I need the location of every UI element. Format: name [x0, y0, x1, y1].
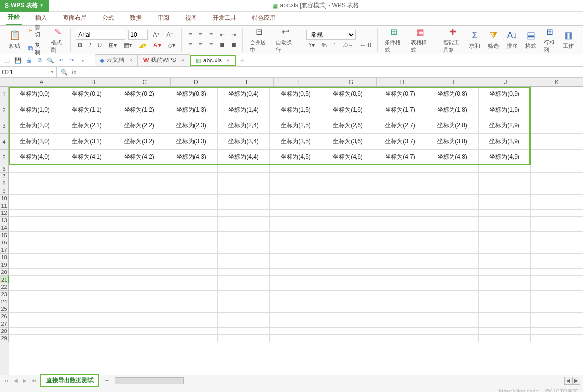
cell-C17[interactable]: [113, 246, 165, 254]
cell-G18[interactable]: [322, 254, 374, 261]
row-header-19[interactable]: 19: [0, 261, 9, 269]
cell-I22[interactable]: [426, 283, 479, 291]
cell-K27[interactable]: [531, 320, 583, 328]
cell-C10[interactable]: [113, 195, 165, 202]
cell-H18[interactable]: [374, 254, 426, 261]
cell-H9[interactable]: [374, 187, 426, 195]
row-header-28[interactable]: 28: [0, 328, 9, 335]
cell-F22[interactable]: [270, 283, 322, 291]
cell-I3[interactable]: 坐标为(2,8): [426, 118, 479, 134]
row-header-23[interactable]: 23: [0, 291, 9, 298]
new-tab-button[interactable]: +: [236, 56, 248, 65]
column-header-K[interactable]: K: [531, 78, 583, 86]
tab-mywps[interactable]: W我的WPS×: [138, 54, 190, 66]
row-header-6[interactable]: 6: [0, 165, 9, 173]
merge-center-button[interactable]: ⊟合并居中: [248, 25, 271, 55]
cell-I24[interactable]: [426, 298, 479, 305]
cell-F8[interactable]: [270, 180, 322, 187]
align-bottom-button[interactable]: ≡: [207, 30, 215, 39]
cell-E26[interactable]: [218, 313, 270, 320]
sum-button[interactable]: Σ求和: [467, 29, 483, 51]
sheet-nav-last[interactable]: ⏭: [31, 378, 37, 383]
cell-A8[interactable]: [9, 180, 61, 187]
cell-F27[interactable]: [270, 320, 322, 328]
cell-F28[interactable]: [270, 328, 322, 335]
cell-J5[interactable]: 坐标为(4,9): [479, 150, 531, 165]
cell-I20[interactable]: [426, 269, 479, 276]
sheet-tab-active[interactable]: 直接导出数据测试: [40, 374, 99, 387]
row-header-22[interactable]: 22: [0, 283, 9, 291]
cell-A16[interactable]: [9, 239, 61, 246]
cell-B25[interactable]: [61, 305, 113, 313]
cell-H11[interactable]: [374, 202, 426, 210]
cell-I9[interactable]: [426, 187, 479, 195]
cut-button[interactable]: ✂剪切: [26, 23, 46, 39]
cell-E12[interactable]: [218, 210, 270, 217]
cell-I2[interactable]: 坐标为(1,8): [426, 102, 479, 118]
row-header-3[interactable]: 3: [0, 118, 9, 134]
cell-J13[interactable]: [479, 217, 531, 224]
cell-F12[interactable]: [270, 210, 322, 217]
cell-F9[interactable]: [270, 187, 322, 195]
cell-K25[interactable]: [531, 305, 583, 313]
cell-H1[interactable]: 坐标为(0,7): [374, 87, 426, 102]
menu-item-特色应用[interactable]: 特色应用: [250, 11, 278, 25]
cell-C13[interactable]: [113, 217, 165, 224]
cell-B10[interactable]: [61, 195, 113, 202]
cell-K16[interactable]: [531, 239, 583, 246]
cell-B15[interactable]: [61, 232, 113, 239]
cell-E18[interactable]: [218, 254, 270, 261]
row-header-7[interactable]: 7: [0, 173, 9, 180]
cell-E4[interactable]: 坐标为(3,4): [218, 134, 270, 150]
cell-I29[interactable]: [426, 335, 479, 342]
cell-G22[interactable]: [322, 283, 374, 291]
cell-G12[interactable]: [322, 210, 374, 217]
cell-J25[interactable]: [479, 305, 531, 313]
cell-H14[interactable]: [374, 224, 426, 232]
cell-C4[interactable]: 坐标为(3,2): [113, 134, 165, 150]
font-name-select[interactable]: [76, 30, 125, 40]
align-top-button[interactable]: ≡: [187, 30, 194, 39]
cell-K19[interactable]: [531, 261, 583, 269]
cell-F24[interactable]: [270, 298, 322, 305]
cell-H6[interactable]: [374, 165, 426, 173]
cell-H2[interactable]: 坐标为(1,7): [374, 102, 426, 118]
cell-H5[interactable]: 坐标为(4,7): [374, 150, 426, 165]
cell-A19[interactable]: [9, 261, 61, 269]
cell-D24[interactable]: [165, 298, 218, 305]
cell-G21[interactable]: [322, 276, 374, 283]
cell-G1[interactable]: 坐标为(0,6): [322, 87, 374, 102]
cell-G16[interactable]: [322, 239, 374, 246]
cell-E24[interactable]: [218, 298, 270, 305]
column-header-F[interactable]: F: [274, 78, 325, 86]
cell-I11[interactable]: [426, 202, 479, 210]
cell-C21[interactable]: [113, 276, 165, 283]
row-header-13[interactable]: 13: [0, 217, 9, 224]
cell-B22[interactable]: [61, 283, 113, 291]
sheet-nav-prev[interactable]: ◀: [13, 378, 19, 383]
cell-A14[interactable]: [9, 224, 61, 232]
cell-F20[interactable]: [270, 269, 322, 276]
cell-A23[interactable]: [9, 291, 61, 298]
cell-E5[interactable]: 坐标为(4,4): [218, 150, 270, 165]
cell-G29[interactable]: [322, 335, 374, 342]
cell-A24[interactable]: [9, 298, 61, 305]
cell-D14[interactable]: [165, 224, 218, 232]
cell-G3[interactable]: 坐标为(2,6): [322, 118, 374, 134]
select-all-corner[interactable]: [0, 78, 16, 86]
cell-B2[interactable]: 坐标为(1,1): [61, 102, 113, 118]
shrink-font-button[interactable]: A⁻: [164, 30, 175, 39]
cell-J9[interactable]: [479, 187, 531, 195]
cell-D1[interactable]: 坐标为(0,3): [165, 87, 218, 102]
horizontal-scrollbar[interactable]: [115, 377, 561, 384]
font-color-button[interactable]: A▾: [151, 41, 163, 50]
cell-D18[interactable]: [165, 254, 218, 261]
cell-A2[interactable]: 坐标为(1,0): [9, 102, 61, 118]
close-icon[interactable]: ×: [129, 57, 132, 64]
cell-I7[interactable]: [426, 173, 479, 180]
cell-K9[interactable]: [531, 187, 583, 195]
cell-B18[interactable]: [61, 254, 113, 261]
cell-I28[interactable]: [426, 328, 479, 335]
cell-G7[interactable]: [322, 173, 374, 180]
cell-I18[interactable]: [426, 254, 479, 261]
